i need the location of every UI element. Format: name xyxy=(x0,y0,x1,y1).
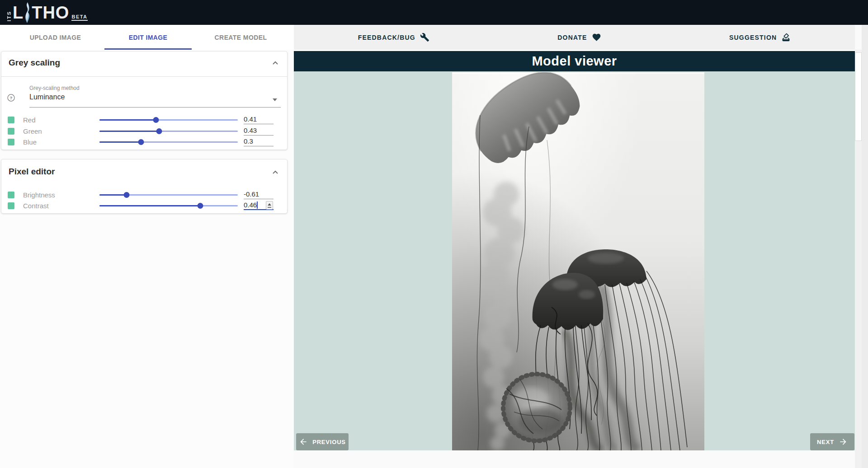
tab-create-model[interactable]: CREATE MODEL xyxy=(194,25,287,50)
next-label: NEXT xyxy=(817,439,834,445)
blue-value-input[interactable]: 0.3 xyxy=(244,137,274,146)
flame-icon xyxy=(23,2,32,23)
previous-label: PREVIOUS xyxy=(312,439,346,445)
chevron-up-icon[interactable] xyxy=(272,169,279,176)
contrast-slider[interactable] xyxy=(99,205,238,206)
text-cursor xyxy=(257,201,258,209)
itslitho-logo[interactable]: ITS L THO BETA xyxy=(6,1,88,24)
arrow-left-icon xyxy=(299,437,308,446)
contrast-slider-row: Contrast 0.46 xyxy=(1,201,287,211)
grey-scaling-card: Grey scaling ? Grey-scaling method Lumin… xyxy=(1,51,288,150)
blue-channel-checkbox[interactable] xyxy=(8,139,14,145)
model-viewer-panel: Model viewer xyxy=(294,51,855,450)
green-slider[interactable] xyxy=(99,131,238,132)
model-viewer-title: Model viewer xyxy=(532,54,617,69)
edited-image-preview xyxy=(452,72,704,450)
next-button[interactable]: NEXT xyxy=(810,433,854,450)
caret-down-icon[interactable] xyxy=(273,98,277,101)
red-slider-label: Red xyxy=(23,116,36,124)
logo-its-text: ITS xyxy=(6,11,12,21)
grey-scaling-title: Grey scaling xyxy=(9,58,60,68)
feedback-bug-label: FEEDBACK/BUG xyxy=(358,34,415,41)
chevron-up-icon[interactable] xyxy=(272,60,279,67)
green-value-input[interactable]: 0.43 xyxy=(244,126,274,136)
donate-button[interactable]: DONATE xyxy=(557,33,601,42)
red-slider[interactable] xyxy=(99,119,238,121)
blue-slider-label: Blue xyxy=(23,138,37,146)
red-channel-checkbox[interactable] xyxy=(8,117,14,123)
brightness-slider-label: Brightness xyxy=(23,191,55,199)
green-channel-checkbox[interactable] xyxy=(8,128,14,135)
green-slider-thumb[interactable] xyxy=(156,128,162,134)
blue-slider-thumb[interactable] xyxy=(138,139,144,145)
brightness-slider-row: Brightness -0.61 xyxy=(1,190,287,200)
contrast-value-text: 0.46 xyxy=(244,201,257,209)
feedback-bug-button[interactable]: FEEDBACK/BUG xyxy=(358,33,429,42)
tab-label: UPLOAD IMAGE xyxy=(30,34,81,41)
scrollbar-thumb[interactable] xyxy=(855,52,862,141)
page-right-margin xyxy=(862,25,868,468)
suggestion-label: SUGGESTION xyxy=(729,34,777,41)
brightness-value-input[interactable]: -0.61 xyxy=(244,190,274,199)
tab-edit-image[interactable]: EDIT IMAGE xyxy=(102,25,194,50)
method-select[interactable]: Luminance xyxy=(29,93,65,101)
donate-label: DONATE xyxy=(557,34,587,41)
pixel-editor-card: Pixel editor Brightness -0.61 Contrast xyxy=(1,159,288,214)
red-slider-row: Red 0.41 xyxy=(1,115,287,125)
arrow-right-icon xyxy=(839,437,848,446)
blue-slider[interactable] xyxy=(99,141,238,143)
green-slider-row: Green 0.43 xyxy=(1,126,287,136)
contrast-checkbox[interactable] xyxy=(8,202,14,209)
pixel-editor-title: Pixel editor xyxy=(9,167,55,177)
heart-icon xyxy=(592,33,601,42)
contrast-slider-thumb[interactable] xyxy=(198,203,203,209)
tab-bar: UPLOAD IMAGE EDIT IMAGE CREATE MODEL xyxy=(0,25,294,50)
edit-controls-panel: Grey scaling ? Grey-scaling method Lumin… xyxy=(0,50,294,468)
tab-upload-image[interactable]: UPLOAD IMAGE xyxy=(9,25,102,50)
brightness-slider[interactable] xyxy=(99,194,238,196)
scrollbar-track[interactable] xyxy=(855,50,862,468)
top-header-bar: ITS L THO BETA xyxy=(0,0,868,25)
green-slider-label: Green xyxy=(23,127,42,135)
logo-tho-text: THO xyxy=(32,1,69,24)
svg-text:?: ? xyxy=(10,95,13,100)
blue-slider-row: Blue 0.3 xyxy=(1,137,287,147)
suggestion-button[interactable]: SUGGESTION xyxy=(729,33,791,42)
contrast-value-input[interactable]: 0.46 xyxy=(244,201,274,210)
tab-label: EDIT IMAGE xyxy=(129,34,168,41)
red-slider-thumb[interactable] xyxy=(153,117,159,123)
method-field-label: Grey-scaling method xyxy=(29,85,80,91)
question-circle-icon[interactable]: ? xyxy=(7,94,15,102)
previous-button[interactable]: PREVIOUS xyxy=(296,433,349,450)
wrench-icon xyxy=(420,33,429,42)
model-viewer-header: Model viewer xyxy=(294,51,855,71)
logo-l-text: L xyxy=(13,1,24,24)
app-window: ITS L THO BETA UPLOAD IMAGE EDIT IMAGE xyxy=(0,0,868,468)
select-underline xyxy=(29,107,281,108)
red-value-input[interactable]: 0.41 xyxy=(244,115,274,124)
brightness-slider-thumb[interactable] xyxy=(123,192,129,198)
header-actions-bar: FEEDBACK/BUG DONATE SUGGESTION xyxy=(294,25,855,50)
logo-beta-badge: BETA xyxy=(71,14,87,21)
ballot-pen-icon xyxy=(781,33,791,42)
contrast-slider-label: Contrast xyxy=(23,202,49,210)
tab-label: CREATE MODEL xyxy=(215,34,267,41)
brightness-checkbox[interactable] xyxy=(8,192,14,198)
number-spinner[interactable] xyxy=(266,201,273,210)
divider xyxy=(1,76,287,77)
